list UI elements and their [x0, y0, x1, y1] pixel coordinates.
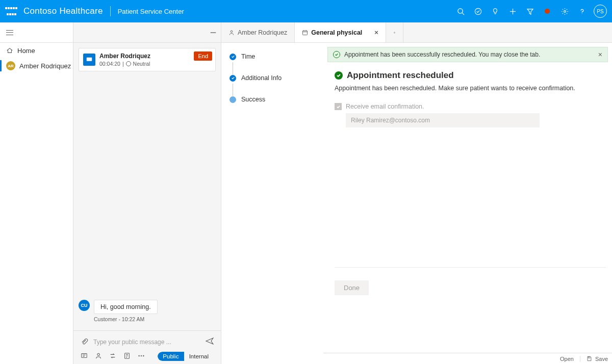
svg-point-11 — [97, 353, 99, 355]
detail-title: Appointment rescheduled — [347, 70, 454, 81]
main-area: Amber Rodriquez General physical × Time … — [221, 22, 612, 364]
checkbox-label: Receive email confirmation. — [346, 103, 424, 110]
task-icon[interactable] — [469, 0, 487, 22]
step-list: Time Additional Info Success — [221, 43, 323, 364]
end-button[interactable]: End — [194, 51, 212, 61]
session-name: Amber Rodriquez — [99, 53, 150, 60]
message-input[interactable]: Type your public message ... — [93, 339, 200, 346]
svg-line-1 — [462, 13, 464, 15]
person-icon — [228, 30, 235, 36]
tab-appointment-label: General physical — [311, 29, 362, 36]
svg-point-16 — [231, 30, 233, 32]
session-card[interactable]: Amber Rodriquez 00:04:20 | Neutral End — [79, 48, 216, 71]
status-bar: Open Save — [323, 353, 612, 364]
step-complete-icon — [230, 75, 236, 82]
transfer-icon[interactable] — [109, 352, 116, 361]
app-launcher-icon[interactable] — [5, 5, 17, 17]
notes-icon[interactable] — [123, 352, 131, 361]
brand-title: Contoso Healthcare — [23, 6, 103, 16]
filter-icon[interactable] — [521, 0, 539, 22]
new-tab-button[interactable] — [386, 22, 403, 42]
session-duration: 00:04:20 — [99, 61, 120, 67]
help-icon[interactable] — [573, 0, 591, 22]
svg-rect-10 — [82, 353, 87, 357]
send-icon[interactable] — [206, 337, 214, 347]
session-meta: 00:04:20 | Neutral — [99, 61, 150, 67]
more-icon[interactable] — [138, 352, 145, 361]
chat-channel-icon — [83, 54, 95, 66]
nav-session-active[interactable]: AR Amber Rodriquez — [0, 58, 73, 73]
nav-toggle[interactable] — [0, 22, 73, 43]
email-field[interactable]: Riley Ramirez@contoso.com — [346, 113, 540, 127]
svg-point-0 — [457, 8, 462, 13]
svg-point-14 — [141, 355, 142, 356]
add-icon[interactable] — [504, 0, 521, 22]
session-avatar-icon: AR — [6, 61, 15, 70]
visibility-toggle[interactable]: Public Internal — [158, 352, 214, 361]
internal-pill[interactable]: Internal — [184, 352, 214, 361]
banner-text: Appointment has been successfully resche… — [344, 51, 540, 58]
search-icon[interactable] — [452, 0, 469, 22]
nav-home[interactable]: Home — [0, 43, 73, 58]
recording-indicator-icon[interactable] — [539, 0, 556, 22]
tab-patient-label: Amber Rodriquez — [238, 29, 287, 36]
svg-rect-23 — [588, 356, 590, 358]
attachment-icon[interactable] — [81, 338, 88, 346]
conversation-area: CU Hi, good morning. Customer - 10:22 AM — [73, 71, 221, 330]
detail-pane: Appointment has been successfully resche… — [323, 43, 612, 364]
quick-reply-icon[interactable] — [81, 352, 88, 361]
close-tab-icon[interactable]: × — [374, 29, 378, 36]
step-time[interactable]: Time — [230, 53, 318, 60]
session-panel: Amber Rodriquez 00:04:20 | Neutral End C… — [73, 22, 221, 364]
consult-icon[interactable] — [95, 352, 102, 361]
done-button[interactable]: Done — [335, 280, 369, 295]
step-success-label: Success — [241, 96, 265, 103]
svg-rect-17 — [303, 31, 308, 35]
left-nav: Home AR Amber Rodriquez — [0, 22, 73, 364]
user-avatar[interactable]: PS — [594, 5, 607, 18]
home-icon — [6, 47, 13, 54]
svg-point-2 — [475, 8, 481, 14]
checkbox-icon[interactable] — [335, 103, 342, 110]
calendar-icon — [302, 30, 308, 36]
plus-icon — [393, 30, 396, 36]
tab-patient[interactable]: Amber Rodriquez — [221, 22, 295, 42]
sentiment-icon — [126, 61, 131, 66]
topbar-actions: PS — [452, 0, 607, 22]
divider — [335, 267, 606, 268]
footer-save[interactable]: Save — [595, 356, 608, 362]
svg-point-6 — [564, 10, 566, 12]
step-current-icon — [230, 96, 236, 103]
message-bubble: Hi, good morning. — [94, 300, 158, 314]
step-info-label: Additional Info — [241, 74, 282, 82]
topbar: Contoso Healthcare Patient Service Cente… — [0, 0, 612, 22]
hamburger-icon — [6, 30, 13, 35]
separator — [110, 6, 111, 16]
svg-point-13 — [139, 355, 140, 356]
save-icon — [586, 356, 592, 361]
public-pill[interactable]: Public — [158, 352, 184, 361]
message-row: CU Hi, good morning. — [79, 300, 216, 314]
tab-appointment[interactable]: General physical × — [295, 22, 386, 42]
settings-icon[interactable] — [556, 0, 573, 22]
step-complete-icon — [230, 54, 236, 60]
success-banner: Appointment has been successfully resche… — [327, 47, 608, 62]
minimize-icon[interactable] — [210, 29, 217, 36]
step-additional-info[interactable]: Additional Info — [230, 74, 318, 82]
detail-description: Appointment has been rescheduled. Make s… — [335, 85, 601, 92]
detail-header: Appointment rescheduled — [335, 70, 601, 81]
success-icon — [333, 51, 340, 58]
banner-close-icon[interactable]: × — [598, 50, 602, 59]
nav-session-label: Amber Rodriquez — [19, 62, 71, 70]
composer: Type your public message ... Public Inte… — [73, 330, 221, 364]
nav-home-label: Home — [17, 47, 35, 55]
app-name: Patient Service Center — [118, 8, 184, 15]
footer-open[interactable]: Open — [560, 356, 574, 362]
tab-bar: Amber Rodriquez General physical × — [221, 22, 612, 43]
message-meta: Customer - 10:22 AM — [94, 316, 216, 322]
svg-point-15 — [143, 355, 144, 356]
step-success[interactable]: Success — [230, 96, 318, 103]
lightbulb-icon[interactable] — [487, 0, 504, 22]
customer-avatar: CU — [79, 300, 90, 311]
svg-rect-9 — [87, 58, 92, 61]
